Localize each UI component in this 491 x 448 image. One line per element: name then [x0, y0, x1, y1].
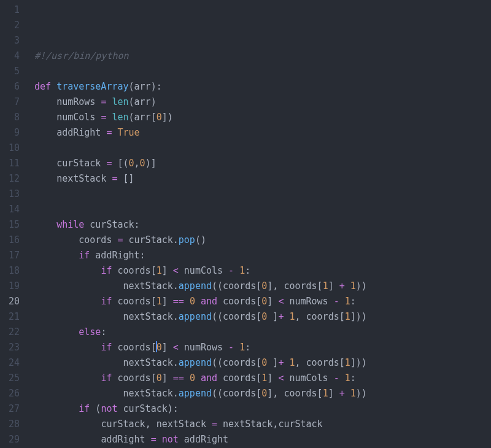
token-ident: nextStack [157, 419, 206, 430]
code-line[interactable] [34, 202, 367, 217]
line-number: 5 [0, 64, 20, 79]
code-line[interactable]: else: [34, 325, 367, 340]
token-num: 0 [190, 296, 195, 307]
token-num: 0 [261, 357, 267, 368]
token-punc: , [145, 419, 151, 430]
code-line[interactable]: if (not curStack): [34, 401, 367, 417]
token-punc: ] [162, 373, 168, 384]
token-punc: ] [328, 280, 334, 292]
token-num: 0 [261, 388, 267, 399]
code-line[interactable]: if coords[0] == 0 and coords[1] < numCol… [34, 371, 367, 386]
token-num: 0 [261, 296, 267, 307]
code-line[interactable]: numRows = len(arr) [34, 95, 367, 110]
token-punc: , [295, 311, 300, 322]
token-op: = [112, 173, 117, 184]
token-ident: addRight [56, 127, 101, 138]
code-line[interactable] [34, 187, 367, 202]
code-line[interactable]: while curStack: [34, 217, 367, 233]
token-keyword: not [162, 434, 179, 445]
code-line[interactable]: if coords[1] < numCols - 1: [34, 263, 367, 279]
code-area[interactable]: #!/usr/bin/python def traverseArray(arr)… [28, 0, 367, 448]
code-line[interactable]: if coords[1] == 0 and coords[0] < numRow… [34, 294, 367, 309]
token-op: = [106, 158, 112, 169]
token-def: append [179, 388, 212, 399]
line-number: 8 [0, 110, 20, 125]
code-line[interactable]: numCols = len(arr[0]) [34, 110, 367, 125]
token-punc: : [245, 342, 250, 353]
line-number: 21 [0, 309, 20, 325]
line-number: 23 [0, 340, 20, 355]
token-punc: : [245, 265, 250, 276]
token-ident: addRight [101, 434, 145, 445]
token-num: 1 [323, 280, 328, 292]
token-num: 1 [323, 388, 328, 399]
code-line[interactable]: nextStack.append((coords[0 ]+ 1, coords[… [34, 309, 367, 325]
code-line[interactable]: nextStack.append((coords[0 ]+ 1, coords[… [34, 355, 367, 371]
token-punc: [ [317, 280, 323, 292]
code-line[interactable]: curStack = [(0,0)] [34, 156, 367, 171]
token-ident: arr [134, 81, 151, 92]
token-punc: )) [356, 388, 367, 399]
token-ident: coords [223, 311, 256, 322]
token-ident: coords [306, 311, 339, 322]
code-line[interactable]: addRight = not addRight [34, 432, 367, 447]
token-punc: , [134, 158, 140, 169]
line-number: 16 [0, 233, 20, 248]
code-line[interactable]: if coords[0] < numRows - 1: [34, 340, 367, 355]
token-punc: )) [356, 280, 367, 292]
token-num: 1 [345, 296, 350, 307]
token-op: < [278, 296, 284, 307]
token-punc: ] [267, 280, 273, 292]
token-ident: coords [284, 280, 317, 292]
token-punc: ] [162, 265, 168, 276]
token-keyword: if [79, 250, 90, 261]
token-ident: nextStack [223, 419, 273, 430]
code-line[interactable]: if addRight: [34, 248, 367, 263]
token-punc: ] [267, 373, 273, 384]
token-punc: ) [168, 112, 173, 123]
token-ident: nextStack [123, 280, 173, 292]
token-punc: [ [151, 296, 157, 307]
token-punc: [ [339, 357, 345, 368]
token-ident: arr [134, 96, 151, 107]
code-line[interactable]: addRight = True [34, 125, 367, 141]
token-num: 0 [157, 373, 162, 384]
code-line[interactable]: nextStack.append((coords[0], coords[1] +… [34, 386, 367, 401]
line-number: 19 [0, 279, 20, 294]
token-punc: [ [256, 280, 261, 292]
token-ident: numCols [184, 265, 223, 276]
token-num: 1 [157, 296, 162, 307]
token-punc: ] [328, 388, 334, 399]
token-punc: : [101, 326, 106, 338]
code-line[interactable]: nextStack = [] [34, 171, 367, 187]
token-punc: [] [123, 173, 134, 184]
token-ident: coords [306, 357, 339, 368]
token-punc: ])) [350, 311, 367, 322]
code-line[interactable]: #!/usr/bin/python [34, 48, 367, 64]
token-ident: numRows [184, 342, 223, 353]
token-punc: [ [256, 373, 261, 384]
token-op: = [106, 127, 112, 138]
token-ident: numCols [289, 373, 328, 384]
token-keyword: if [79, 403, 90, 414]
token-punc: [ [256, 311, 261, 322]
line-number: 26 [0, 386, 20, 401]
token-punc: [ [151, 265, 157, 276]
code-line[interactable]: curStack, nextStack = nextStack,curStack [34, 417, 367, 432]
token-punc: : [173, 403, 179, 414]
token-punc: [ [256, 296, 261, 307]
token-num: 1 [345, 373, 350, 384]
token-op: - [228, 265, 234, 276]
code-editor[interactable]: 1234567891011121314151617181920212223242… [0, 0, 491, 448]
token-num: 1 [239, 342, 245, 353]
token-op: - [334, 373, 339, 384]
code-line[interactable]: nextStack.append((coords[0], coords[1] +… [34, 279, 367, 294]
token-ident: curStack [101, 419, 145, 430]
code-line[interactable] [34, 64, 367, 79]
token-op: + [339, 280, 345, 292]
line-number: 25 [0, 371, 20, 386]
code-line[interactable]: coords = curStack.pop() [34, 233, 367, 248]
code-line[interactable]: def traverseArray(arr): [34, 79, 367, 95]
token-builtin: len [112, 112, 128, 123]
code-line[interactable] [34, 141, 367, 156]
